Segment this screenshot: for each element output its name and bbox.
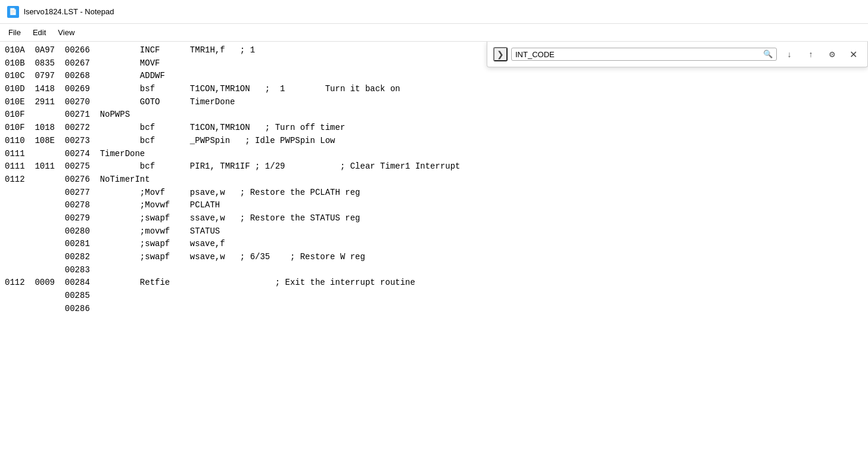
menu-file[interactable]: File [2, 26, 27, 39]
table-row: 00286 [0, 303, 868, 316]
find-close-button[interactable]: ✕ [845, 46, 861, 62]
table-row: 010E 2911 00270 GOTO TimerDone [0, 96, 868, 109]
find-chevron-button[interactable]: ❯ [493, 47, 508, 61]
table-row: 0112 0009 00284 Retfie ; Exit the interr… [0, 276, 868, 290]
find-options-button[interactable]: ⚙ [823, 46, 841, 62]
find-search-icon[interactable]: 🔍 [763, 49, 773, 59]
table-row: 0110 108E 00273 bcf _PWPSpin ; Idle PWPS… [0, 135, 868, 148]
menu-view[interactable]: View [52, 26, 80, 39]
menu-edit[interactable]: Edit [27, 26, 52, 39]
window-title: lservo1824.LST - Notepad [24, 7, 114, 16]
table-row: 00281 ;swapf wsave,f [0, 238, 868, 251]
table-row: 00277 ;Movf psave,w ; Restore the PCLATH… [0, 186, 868, 200]
table-row: 00282 ;swapf wsave,w ; 6/35 ; Restore W … [0, 251, 868, 264]
app-icon: 📄 [7, 6, 19, 18]
table-row: 00280 ;movwf STATUS [0, 225, 868, 238]
table-row: 010F 00271 NoPWPS [0, 108, 868, 122]
menu-bar: File Edit View [0, 24, 868, 42]
find-input-wrapper: 🔍 [511, 48, 777, 61]
table-row: 010C 0797 00268 ADDWF [0, 70, 868, 83]
table-row: 00283 [0, 264, 868, 277]
find-input[interactable] [515, 50, 761, 59]
find-down-button[interactable]: ↓ [780, 46, 798, 62]
title-bar: 📄 lservo1824.LST - Notepad [0, 0, 868, 24]
find-bar: ❯ 🔍 ↓ ↑ ⚙ ✕ [487, 42, 868, 67]
table-row: 0112 00276 NoTimerInt [0, 173, 868, 186]
code-container: 010A 0A97 00266 INCF TMR1H,f ; 1010B 083… [0, 44, 868, 315]
table-row: 0111 00274 TimerDone [0, 148, 868, 161]
find-up-button[interactable]: ↑ [802, 46, 820, 62]
table-row: 010D 1418 00269 bsf T1CON,TMR1ON ; 1 Tur… [0, 83, 868, 96]
code-editor: ❯ 🔍 ↓ ↑ ⚙ ✕ 010A 0A97 00266 INCF TMR1H,f… [0, 42, 868, 457]
table-row: 00278 ;Movwf PCLATH [0, 199, 868, 212]
table-row: 00279 ;swapf ssave,w ; Restore the STATU… [0, 212, 868, 225]
table-row: 00285 [0, 290, 868, 303]
table-row: 0111 1011 00275 bcf PIR1, TMR1IF ; 1/29 … [0, 160, 868, 173]
table-row: 010F 1018 00272 bcf T1CON,TMR1ON ; Turn … [0, 122, 868, 135]
